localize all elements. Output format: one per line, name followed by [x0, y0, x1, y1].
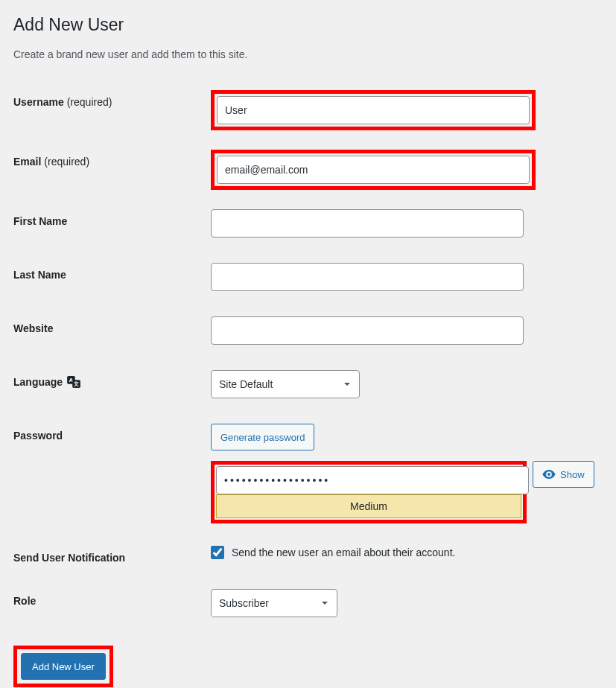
website-row: Website: [13, 316, 603, 345]
notification-label: Send User Notification: [13, 546, 211, 564]
submit-highlight: Add New User: [13, 646, 113, 687]
svg-point-4: [547, 473, 550, 476]
role-select[interactable]: Subscriber: [211, 589, 337, 617]
username-field[interactable]: [217, 96, 530, 124]
role-label: Role: [13, 589, 211, 607]
first-name-label: First Name: [13, 209, 211, 227]
first-name-field[interactable]: [211, 209, 524, 238]
role-row: Role Subscriber: [13, 589, 603, 617]
password-highlight: Medium: [211, 461, 527, 523]
language-row: Language A文 Site Default: [13, 370, 603, 398]
page-title: Add New User: [13, 15, 603, 35]
last-name-label: Last Name: [13, 263, 211, 281]
username-highlight: [211, 90, 536, 130]
email-row: Email(required): [13, 150, 603, 190]
email-label: Email(required): [13, 150, 211, 168]
show-password-button[interactable]: Show: [533, 461, 594, 488]
eye-icon: [542, 470, 556, 479]
website-field[interactable]: [211, 316, 524, 345]
username-label: Username(required): [13, 90, 211, 108]
page-description: Create a brand new user and add them to …: [13, 48, 603, 60]
add-user-button[interactable]: Add New User: [21, 653, 106, 680]
password-field[interactable]: [216, 466, 529, 494]
last-name-row: Last Name: [13, 263, 603, 291]
translate-icon: A文: [67, 376, 80, 388]
notification-row: Send User Notification Send the new user…: [13, 546, 603, 564]
language-select[interactable]: Site Default: [211, 370, 360, 398]
username-row: Username(required): [13, 90, 603, 130]
email-highlight: [211, 150, 536, 190]
email-field[interactable]: [217, 156, 530, 184]
submit-row: Add New User: [13, 646, 603, 687]
notification-checkbox-label: Send the new user an email about their a…: [232, 547, 455, 558]
website-label: Website: [13, 316, 211, 334]
password-strength-meter: Medium: [216, 494, 521, 518]
password-label: Password: [13, 424, 211, 442]
generate-password-button[interactable]: Generate password: [211, 424, 314, 450]
language-label: Language A文: [13, 370, 211, 388]
password-row: Password Generate password Medium Show: [13, 424, 603, 523]
first-name-row: First Name: [13, 209, 603, 238]
notification-checkbox[interactable]: [211, 546, 224, 559]
last-name-field[interactable]: [211, 263, 524, 291]
svg-text:文: 文: [73, 380, 79, 387]
